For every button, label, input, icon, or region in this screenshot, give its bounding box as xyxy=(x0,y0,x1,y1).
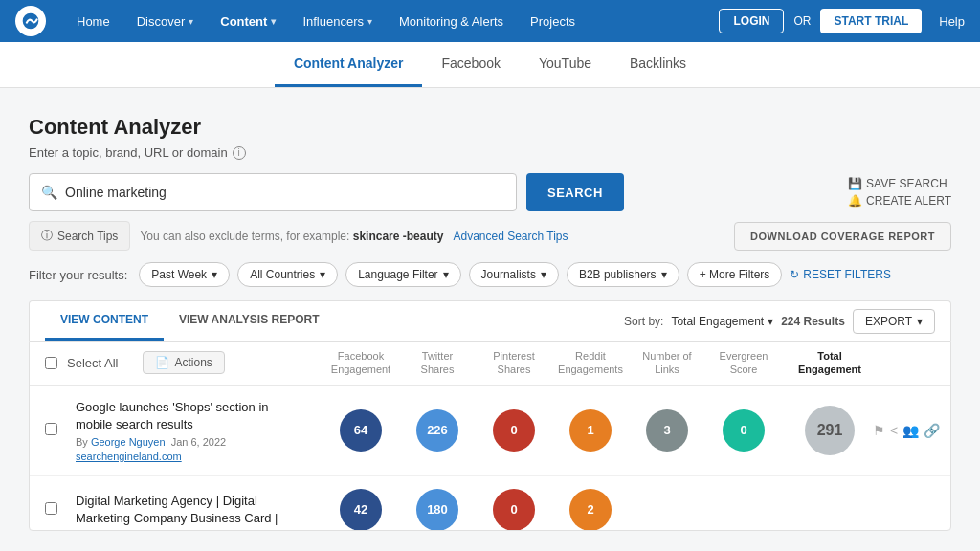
save-icon: 💾 xyxy=(848,177,862,190)
start-trial-button[interactable]: START TRIAL xyxy=(820,9,922,33)
help-link[interactable]: Help xyxy=(939,14,965,29)
info-icon[interactable]: i xyxy=(233,146,246,160)
filter-all-countries[interactable]: All Countries ▾ xyxy=(237,262,338,287)
col-facebook: FacebookEngagement xyxy=(323,349,399,377)
row-2-title[interactable]: Digital Marketing Agency | Digital Marke… xyxy=(76,493,307,527)
chevron-icon: ▾ xyxy=(541,268,546,281)
results-table: Select All 📄 Actions FacebookEngagement … xyxy=(29,341,951,531)
sub-navigation: Content Analyzer Facebook YouTube Backli… xyxy=(0,42,980,88)
row-1-actions: ⚑ < 👥 🔗 xyxy=(878,423,935,438)
row-1-title[interactable]: Google launches 'Shops' section in mobil… xyxy=(76,399,307,433)
filter-language[interactable]: Language Filter ▾ xyxy=(345,262,460,287)
page-title: Content Analyzer xyxy=(29,115,951,140)
export-chevron-icon: ▾ xyxy=(917,315,923,328)
evergreen-circle: 0 xyxy=(723,409,765,452)
search-tips-toggle[interactable]: ⓘ Search Tips xyxy=(29,221,130,251)
actions-icon: 📄 xyxy=(155,356,169,369)
row-2-reddit: 2 xyxy=(552,489,629,530)
row-1-meta: By George Nguyen Jan 6, 2022 xyxy=(76,436,307,448)
reddit-circle-2: 2 xyxy=(569,489,612,530)
row-1-twitter: 226 xyxy=(399,409,476,452)
discover-chevron-icon: ▾ xyxy=(189,16,193,27)
facebook-circle: 64 xyxy=(340,409,382,452)
search-tips-row: ⓘ Search Tips You can also exclude terms… xyxy=(29,221,951,251)
link-icon[interactable]: 🔗 xyxy=(924,423,940,438)
exclude-example: skincare -beauty xyxy=(353,230,444,243)
tab-facebook[interactable]: Facebook xyxy=(422,42,519,87)
tab-youtube[interactable]: YouTube xyxy=(520,42,611,87)
users-icon[interactable]: 👥 xyxy=(902,423,919,438)
more-filters-button[interactable]: + More Filters xyxy=(687,262,783,287)
sort-label: Sort by: xyxy=(624,315,663,328)
filter-past-week[interactable]: Past Week ▾ xyxy=(139,262,230,287)
filter-row: Filter your results: Past Week ▾ All Cou… xyxy=(29,262,951,287)
page-subtitle: Enter a topic, brand, URL or domain i xyxy=(29,145,951,160)
links-circle: 3 xyxy=(646,409,688,452)
row-2-pinterest: 0 xyxy=(476,489,552,530)
row-1-checkbox[interactable] xyxy=(45,423,57,435)
chevron-icon: ▾ xyxy=(443,268,449,281)
nav-discover[interactable]: Discover ▾ xyxy=(125,7,206,36)
influencers-chevron-icon: ▾ xyxy=(368,16,372,27)
row-2-title-block: Digital Marketing Agency | Digital Marke… xyxy=(76,493,323,527)
reset-filters-button[interactable]: ↻ RESET FILTERS xyxy=(790,268,891,281)
search-input[interactable] xyxy=(65,185,504,200)
row-2-twitter: 180 xyxy=(399,489,476,530)
tab-backlinks[interactable]: Backlinks xyxy=(611,42,705,87)
row-2-checkbox[interactable] xyxy=(45,502,57,515)
nav-home[interactable]: Home xyxy=(65,7,122,36)
top-navigation: Home Discover ▾ Content ▾ Influencers ▾ … xyxy=(0,0,980,42)
actions-button[interactable]: 📄 Actions xyxy=(143,351,224,374)
sort-dropdown[interactable]: Total Engagement ▾ xyxy=(671,315,773,328)
pinterest-circle-2: 0 xyxy=(493,489,535,530)
nav-items: Home Discover ▾ Content ▾ Influencers ▾ … xyxy=(65,7,719,36)
create-alert-link[interactable]: 🔔 CREATE ALERT xyxy=(848,194,951,208)
nav-content[interactable]: Content ▾ xyxy=(209,7,287,36)
row-checkbox-1 xyxy=(45,423,76,438)
view-content-button[interactable]: VIEW CONTENT xyxy=(45,301,164,341)
login-button[interactable]: LOGIN xyxy=(719,9,784,33)
chevron-icon: ▾ xyxy=(212,268,217,281)
download-coverage-button[interactable]: DOWNLOAD COVERAGE REPORT xyxy=(734,222,951,251)
row-1-reddit: 1 xyxy=(552,409,629,452)
row-1-links: 3 xyxy=(629,409,705,452)
filter-journalists[interactable]: Journalists ▾ xyxy=(469,262,559,287)
nav-influencers[interactable]: Influencers ▾ xyxy=(291,7,384,36)
row-1-author-link[interactable]: George Nguyen xyxy=(91,436,166,448)
row-1-pinterest: 0 xyxy=(476,409,552,452)
table-row: Google launches 'Shops' section in mobil… xyxy=(30,386,950,476)
share-icon[interactable]: < xyxy=(890,423,898,438)
filter-b2b[interactable]: B2B publishers ▾ xyxy=(567,262,679,287)
alert-icon: 🔔 xyxy=(848,194,862,208)
logo[interactable] xyxy=(15,6,46,36)
col-evergreen: EvergreenScore xyxy=(705,349,782,377)
advanced-search-tips-link[interactable]: Advanced Search Tips xyxy=(453,230,568,243)
col-pinterest: PinterestShares xyxy=(476,349,552,377)
view-analysis-button[interactable]: VIEW ANALYSIS REPORT xyxy=(164,301,334,341)
twitter-circle-2: 180 xyxy=(416,489,458,530)
row-1-domain-link[interactable]: searchengineland.com xyxy=(76,451,307,462)
export-button[interactable]: EXPORT ▾ xyxy=(853,309,935,334)
twitter-circle: 226 xyxy=(416,409,458,452)
facebook-circle-2: 42 xyxy=(340,489,382,530)
search-actions: 💾 SAVE SEARCH 🔔 CREATE ALERT xyxy=(848,177,951,208)
row-1-title-block: Google launches 'Shops' section in mobil… xyxy=(76,399,323,462)
results-count: 224 Results xyxy=(781,315,845,328)
save-search-link[interactable]: 💾 SAVE SEARCH xyxy=(848,177,951,190)
select-all-checkbox[interactable] xyxy=(45,357,57,369)
row-2-checkbox-block xyxy=(45,502,76,518)
bookmark-icon[interactable]: ⚑ xyxy=(873,423,885,438)
results-sort: Sort by: Total Engagement ▾ 224 Results … xyxy=(624,309,935,334)
tab-content-analyzer[interactable]: Content Analyzer xyxy=(275,42,423,87)
nav-projects[interactable]: Projects xyxy=(519,7,587,36)
total-circle: 291 xyxy=(805,406,855,455)
search-button[interactable]: SEARCH xyxy=(526,173,624,211)
nav-monitoring[interactable]: Monitoring & Alerts xyxy=(388,7,515,36)
main-content: Content Analyzer Enter a topic, brand, U… xyxy=(0,88,980,551)
sort-chevron-icon: ▾ xyxy=(768,315,773,328)
col-twitter: TwitterShares xyxy=(399,349,476,377)
row-1-total: 291 xyxy=(782,406,878,455)
select-all-label: Select All xyxy=(67,356,118,370)
nav-or-label: OR xyxy=(793,14,811,28)
search-row: 🔍 SEARCH 💾 SAVE SEARCH 🔔 CREATE ALERT xyxy=(29,173,951,211)
